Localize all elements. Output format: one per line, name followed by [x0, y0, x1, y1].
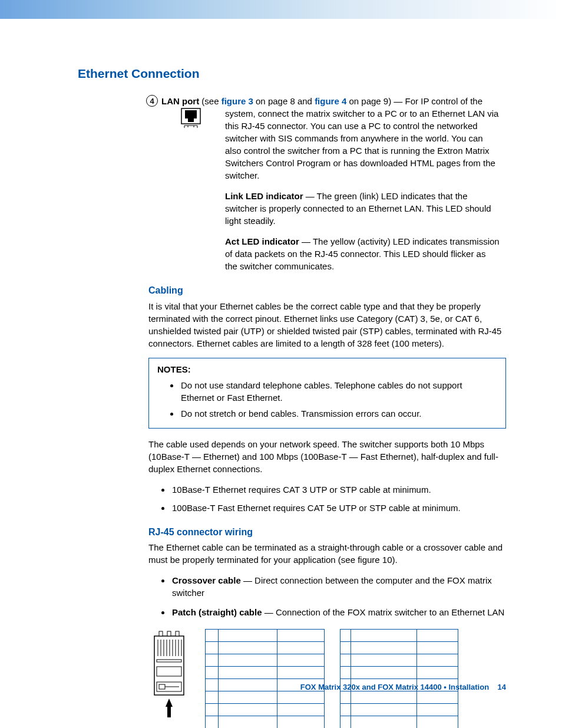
table-row — [340, 691, 458, 704]
link-led-para: Link LED indicator — The green (link) LE… — [225, 190, 500, 227]
rj45-diagram-row — [148, 629, 506, 728]
link-led-label: Link LED indicator — [225, 191, 303, 201]
act-led-label: Act LED indicator — [225, 236, 299, 246]
table-row — [206, 630, 325, 642]
svg-rect-2 — [188, 118, 194, 122]
table-row — [206, 642, 325, 654]
list-item: Crossover cable — Direct connection betw… — [171, 574, 506, 599]
table-row — [206, 716, 325, 728]
svg-rect-22 — [157, 667, 181, 676]
crossover-label: Crossover cable — [172, 575, 241, 585]
svg-rect-21 — [157, 660, 181, 662]
svg-rect-11 — [176, 631, 179, 636]
footer-page-number: 14 — [498, 683, 506, 691]
svg-rect-9 — [159, 631, 163, 636]
footer-title: FOX Matrix 320x and FOX Matrix 14400 • I… — [300, 683, 489, 691]
item-number-badge: 4 — [146, 95, 158, 107]
pinout-table-straight — [340, 629, 458, 728]
page-top-bar — [0, 0, 562, 19]
figure-3-link[interactable]: figure 3 — [222, 96, 253, 106]
text: — Connection of the FOX matrix switcher … — [262, 607, 505, 617]
cabling-heading: Cabling — [148, 284, 506, 297]
act-led-para: Act LED indicator — The yellow (activity… — [225, 235, 500, 272]
svg-rect-1 — [185, 110, 197, 118]
notes-label: NOTES: — [157, 363, 497, 375]
cabling-para: It is vital that your Ethernet cables be… — [148, 300, 506, 350]
rj45-connector-icon — [148, 629, 190, 723]
table-row — [340, 642, 458, 654]
lan-port-description: system, connect the matrix switcher to a… — [225, 107, 500, 272]
page-content: Ethernet Connection 4 LAN port (see figu… — [0, 19, 562, 728]
svg-marker-26 — [166, 699, 173, 717]
table-row — [340, 654, 458, 667]
list-item: Do not stretch or bend cables. Transmiss… — [180, 407, 497, 420]
list-item: 10Base-T Ethernet requires CAT 3 UTP or … — [171, 483, 506, 496]
list-item: Do not use standard telephone cables. Te… — [180, 379, 497, 404]
table-row — [206, 667, 325, 679]
cabling-section: Cabling It is vital that your Ethernet c… — [148, 284, 506, 728]
patch-label: Patch (straight) cable — [172, 607, 262, 617]
table-row — [340, 630, 458, 642]
page-footer: FOX Matrix 320x and FOX Matrix 14400 • I… — [300, 682, 506, 693]
text: on page 9) — For IP control of the — [346, 96, 482, 106]
figure-4-link[interactable]: figure 4 — [315, 96, 346, 106]
svg-rect-24 — [159, 684, 165, 689]
cable-type-list: Crossover cable — Direct connection betw… — [171, 574, 506, 618]
notes-list: Do not use standard telephone cables. Te… — [180, 379, 497, 420]
pinout-table-crossover — [205, 629, 325, 728]
lan-port-item: 4 LAN port (see figure 3 on page 8 and f… — [148, 95, 506, 272]
rj45-port-icon — [181, 108, 201, 132]
svg-rect-10 — [167, 631, 171, 636]
lan-port-intro-line: LAN port (see figure 3 on page 8 and fig… — [161, 95, 506, 107]
speed-bullets: 10Base-T Ethernet requires CAT 3 UTP or … — [171, 483, 506, 514]
lan-port-desc-para: system, connect the matrix switcher to a… — [225, 107, 500, 182]
rj45-heading: RJ-45 connector wiring — [148, 526, 506, 539]
text: (see — [199, 96, 222, 106]
list-item: 100Base-T Fast Ethernet requires CAT 5e … — [171, 502, 506, 514]
speed-para: The cable used depends on your network s… — [148, 438, 506, 475]
rj45-para: The Ethernet cable can be terminated as … — [148, 541, 506, 566]
section-heading-ethernet: Ethernet Connection — [78, 65, 506, 82]
table-row — [206, 691, 325, 704]
text: on page 8 and — [253, 96, 315, 106]
table-row — [206, 704, 325, 716]
table-row — [340, 667, 458, 679]
table-row — [340, 716, 458, 728]
notes-box: NOTES: Do not use standard telephone cab… — [148, 358, 506, 429]
table-row — [206, 654, 325, 667]
table-row — [340, 704, 458, 716]
lan-port-label: LAN port — [161, 96, 199, 106]
list-item: Patch (straight) cable — Connection of t… — [171, 606, 506, 618]
